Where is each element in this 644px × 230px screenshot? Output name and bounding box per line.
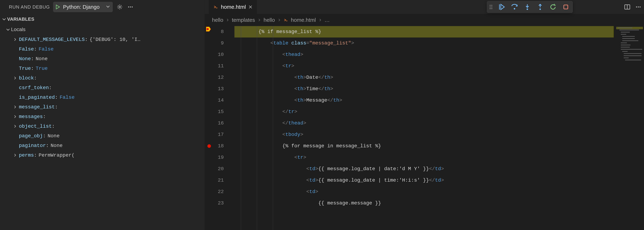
variable-row[interactable]: paginator: None <box>5 141 205 150</box>
continue-button[interactable] <box>497 2 506 12</box>
step-over-button[interactable] <box>510 2 519 12</box>
variable-row[interactable]: object_list: <box>5 122 205 131</box>
minimap[interactable] <box>614 26 644 230</box>
code-line[interactable]: <thead> <box>234 49 614 60</box>
variable-row[interactable]: csrf_token: <box>5 83 205 92</box>
more-icon[interactable] <box>127 3 134 11</box>
svg-point-19 <box>206 28 209 30</box>
variable-value: {'DEBUG': 10, 'I… <box>90 37 140 42</box>
variable-row[interactable]: DEFAULT_MESSAGE_LEVELS: {'DEBUG': 10, 'I… <box>5 35 205 44</box>
breadcrumbs[interactable]: hello templates hello home.html … <box>205 14 644 26</box>
drag-handle-icon[interactable] <box>489 4 494 10</box>
code-line[interactable]: {% for message in message_list %} <box>234 140 614 152</box>
restart-button[interactable] <box>548 2 558 12</box>
variable-row[interactable]: perms: PermWrapper( <box>5 150 205 160</box>
line-number-gutter[interactable]: 891011121314151617181920212223 <box>212 26 228 230</box>
variable-row[interactable]: is_paginated: False <box>5 92 205 102</box>
variable-row[interactable]: None: None <box>5 54 205 64</box>
chevron-right-icon <box>277 18 281 22</box>
line-number[interactable]: 20 <box>212 163 228 175</box>
line-number[interactable]: 8 <box>212 26 228 38</box>
chevron-right-icon <box>11 115 19 119</box>
step-out-button[interactable] <box>536 2 545 12</box>
line-number[interactable]: 23 <box>212 197 228 209</box>
debug-toolbar[interactable] <box>487 1 573 13</box>
code-line[interactable]: <tbody> <box>234 129 614 140</box>
line-number[interactable]: 18 <box>212 140 228 152</box>
debug-config-select[interactable]: Python: Django <box>53 2 113 12</box>
line-number[interactable]: 22 <box>212 186 228 197</box>
variable-name: None <box>19 56 31 62</box>
line-number[interactable]: 17 <box>212 129 228 140</box>
svg-rect-36 <box>625 60 641 60</box>
line-number[interactable]: 11 <box>212 60 228 72</box>
line-number[interactable]: 15 <box>212 106 228 118</box>
breadcrumb-part[interactable]: hello <box>212 17 223 23</box>
svg-point-11 <box>526 9 528 10</box>
svg-point-8 <box>490 8 490 9</box>
variable-name: messages <box>19 114 43 120</box>
line-number[interactable]: 16 <box>212 118 228 129</box>
line-number[interactable]: 9 <box>212 38 228 49</box>
svg-rect-34 <box>624 55 642 56</box>
breadcrumb-part[interactable]: templates <box>232 17 255 23</box>
variable-row[interactable]: True: True <box>5 64 205 73</box>
svg-point-17 <box>638 7 639 8</box>
code-line[interactable]: <td> <box>234 186 614 197</box>
variable-row[interactable]: block: <box>5 73 205 83</box>
more-icon[interactable] <box>636 4 641 10</box>
close-icon[interactable] <box>248 5 252 9</box>
line-number[interactable]: 19 <box>212 152 228 163</box>
variable-row[interactable]: message_list: <box>5 102 205 112</box>
code-line[interactable]: <table class="message_list"> <box>234 38 614 49</box>
svg-rect-23 <box>621 32 630 33</box>
play-icon[interactable] <box>55 4 60 10</box>
line-number[interactable]: 21 <box>212 175 228 186</box>
breakpoint-icon[interactable] <box>207 144 211 148</box>
breadcrumb-trailing[interactable]: … <box>324 17 330 23</box>
step-into-button[interactable] <box>523 2 532 12</box>
breadcrumb-part[interactable]: hello <box>264 17 275 23</box>
svg-rect-26 <box>622 38 635 39</box>
locals-scope-header[interactable]: Locals <box>0 24 205 35</box>
variables-tree: DEFAULT_MESSAGE_LEVELS: {'DEBUG': 10, 'I… <box>0 35 205 160</box>
line-number[interactable]: 13 <box>212 83 228 95</box>
code-line[interactable]: {{ message.message }} <box>234 197 614 209</box>
line-number[interactable]: 12 <box>212 72 228 83</box>
stop-button[interactable] <box>561 2 570 12</box>
svg-rect-35 <box>624 58 629 58</box>
split-editor-icon[interactable] <box>624 4 630 10</box>
code-line[interactable]: <td>{{ message.log_date | date:'d M Y' }… <box>234 163 614 175</box>
code-line[interactable]: <th>Date</th> <box>234 72 614 83</box>
code-area[interactable]: 891011121314151617181920212223 {% if mes… <box>205 26 644 230</box>
variable-name: block <box>19 75 34 81</box>
debug-config-label: Python: Django <box>63 4 100 10</box>
variables-section-header[interactable]: VARIABLES <box>0 14 205 24</box>
code-line[interactable]: </tr> <box>234 106 614 118</box>
code-line[interactable]: <th>Time</th> <box>234 83 614 95</box>
variable-row[interactable]: messages: <box>5 112 205 122</box>
svg-point-2 <box>130 7 131 8</box>
variable-row[interactable]: False: False <box>5 44 205 54</box>
svg-rect-29 <box>621 45 630 45</box>
chevron-down-icon[interactable] <box>106 4 110 10</box>
code-line[interactable]: </thead> <box>234 118 614 129</box>
code-line[interactable]: <td>{{ message.log_date | time:'H:i:s' }… <box>234 175 614 186</box>
code-line[interactable]: <tr> <box>234 152 614 163</box>
breadcrumb-part[interactable]: home.html <box>291 17 316 23</box>
variable-value: False <box>60 95 74 100</box>
debug-sidebar: RUN AND DEBUG Python: Django VARIABLES L… <box>0 0 205 230</box>
variable-row[interactable]: page_obj: None <box>5 131 205 141</box>
code-line[interactable]: <th>Message</th> <box>234 95 614 106</box>
gear-icon[interactable] <box>116 3 124 11</box>
run-and-debug-title: RUN AND DEBUG <box>9 4 50 10</box>
line-number[interactable]: 10 <box>212 49 228 60</box>
line-number[interactable]: 14 <box>212 95 228 106</box>
code-line[interactable]: {% if message_list %} <box>234 26 614 38</box>
code-content[interactable]: {% if message_list %} <table class="mess… <box>228 26 614 230</box>
glyph-margin[interactable] <box>205 26 212 230</box>
tab-home-html[interactable]: home.html <box>209 0 257 14</box>
code-line[interactable]: <tr> <box>234 60 614 72</box>
svg-rect-24 <box>621 34 626 35</box>
variable-name: is_paginated <box>19 95 55 100</box>
